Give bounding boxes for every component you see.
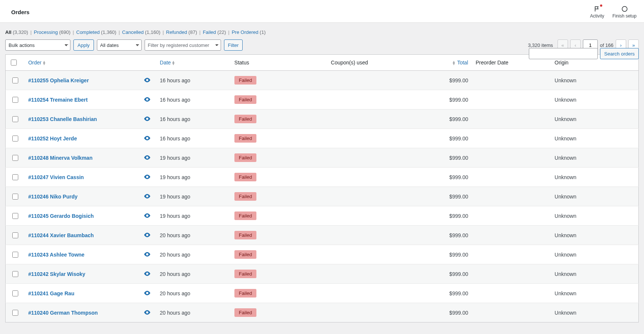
preview-icon[interactable] bbox=[144, 77, 151, 83]
status-filter-current: All bbox=[5, 29, 13, 35]
row-checkbox[interactable] bbox=[12, 232, 18, 238]
row-checkbox[interactable] bbox=[12, 290, 18, 296]
order-preorder-date bbox=[472, 303, 551, 322]
order-total: $999.00 bbox=[424, 226, 472, 245]
row-checkbox[interactable] bbox=[12, 310, 18, 316]
status-filter-count: (1,360) bbox=[101, 29, 116, 35]
order-origin: Unknown bbox=[551, 206, 638, 226]
customer-filter-select[interactable]: Filter by registered customer bbox=[145, 39, 221, 51]
order-total: $999.00 bbox=[424, 187, 472, 206]
preview-icon[interactable] bbox=[144, 174, 151, 180]
table-row: #110252 Hoyt Jerde16 hours agoFailed$999… bbox=[6, 129, 639, 148]
preview-icon[interactable] bbox=[144, 290, 151, 296]
status-badge: Failed bbox=[234, 250, 256, 259]
bulk-actions-select[interactable]: Bulk actions bbox=[5, 39, 70, 51]
order-link[interactable]: #110242 Skylar Wisoky bbox=[28, 271, 85, 277]
preview-icon[interactable] bbox=[144, 135, 151, 141]
order-origin: Unknown bbox=[551, 71, 638, 90]
order-origin: Unknown bbox=[551, 284, 638, 303]
items-count: 3,320 items bbox=[528, 42, 553, 48]
order-date: 19 hours ago bbox=[156, 187, 231, 206]
order-preorder-date bbox=[472, 226, 551, 245]
sort-icon: ▲▼ bbox=[171, 61, 175, 65]
status-badge: Failed bbox=[234, 231, 256, 239]
order-link[interactable]: #110246 Niko Purdy bbox=[28, 194, 78, 200]
table-row: #110244 Xavier Baumbach20 hours agoFaile… bbox=[6, 226, 639, 245]
order-link[interactable]: #110255 Ophelia Kreiger bbox=[28, 77, 89, 83]
page-title: Orders bbox=[11, 9, 29, 15]
status-badge: Failed bbox=[234, 308, 256, 317]
order-coupons bbox=[327, 129, 424, 148]
order-total: $999.00 bbox=[424, 206, 472, 226]
order-coupons bbox=[327, 264, 424, 284]
status-filter-link[interactable]: Failed bbox=[203, 29, 217, 35]
preview-icon[interactable] bbox=[144, 251, 151, 258]
row-checkbox[interactable] bbox=[12, 77, 18, 83]
order-date: 19 hours ago bbox=[156, 168, 231, 187]
order-total: $999.00 bbox=[424, 303, 472, 322]
order-origin: Unknown bbox=[551, 303, 638, 322]
order-origin: Unknown bbox=[551, 245, 638, 264]
order-date: 19 hours ago bbox=[156, 148, 231, 168]
search-orders-button[interactable]: Search orders bbox=[600, 48, 639, 59]
activity-button[interactable]: Activity bbox=[590, 5, 604, 19]
order-total: $999.00 bbox=[424, 284, 472, 303]
row-checkbox[interactable] bbox=[12, 271, 18, 277]
order-total: $999.00 bbox=[424, 71, 472, 90]
search-orders-input[interactable] bbox=[529, 48, 598, 59]
row-checkbox[interactable] bbox=[12, 155, 18, 161]
order-link[interactable]: #110240 German Thompson bbox=[28, 310, 98, 316]
order-origin: Unknown bbox=[551, 187, 638, 206]
table-row: #110255 Ophelia Kreiger16 hours agoFaile… bbox=[6, 71, 639, 90]
column-date[interactable]: Date▲▼ bbox=[156, 55, 231, 71]
order-link[interactable]: #110254 Tremaine Ebert bbox=[28, 97, 88, 103]
order-total: $999.00 bbox=[424, 264, 472, 284]
preview-icon[interactable] bbox=[144, 193, 151, 200]
status-filter-link[interactable]: Refunded bbox=[166, 29, 189, 35]
status-filter-link[interactable]: Cancelled bbox=[122, 29, 145, 35]
status-filter-link[interactable]: Pre Ordered bbox=[232, 29, 260, 35]
row-checkbox[interactable] bbox=[12, 136, 18, 141]
order-link[interactable]: #110244 Xavier Baumbach bbox=[28, 232, 94, 238]
preview-icon[interactable] bbox=[144, 155, 151, 161]
status-badge: Failed bbox=[234, 115, 256, 123]
status-filter-link[interactable]: Completed bbox=[76, 29, 101, 35]
row-checkbox[interactable] bbox=[12, 116, 18, 122]
preview-icon[interactable] bbox=[144, 213, 151, 219]
finish-setup-label: Finish setup bbox=[612, 13, 637, 19]
row-checkbox[interactable] bbox=[12, 194, 18, 200]
order-date: 20 hours ago bbox=[156, 226, 231, 245]
preview-icon[interactable] bbox=[144, 96, 151, 103]
column-total[interactable]: ▲▼Total bbox=[424, 55, 472, 71]
row-checkbox[interactable] bbox=[12, 97, 18, 103]
order-coupons bbox=[327, 109, 424, 129]
order-origin: Unknown bbox=[551, 129, 638, 148]
order-coupons bbox=[327, 90, 424, 109]
order-link[interactable]: #110253 Chanelle Bashirian bbox=[28, 116, 97, 122]
order-link[interactable]: #110248 Minerva Volkman bbox=[28, 155, 93, 161]
order-link[interactable]: #110243 Ashlee Towne bbox=[28, 252, 85, 258]
preview-icon[interactable] bbox=[144, 309, 151, 316]
filter-button[interactable]: Filter bbox=[224, 39, 243, 51]
column-order[interactable]: Order▲▼ bbox=[25, 55, 139, 71]
row-checkbox[interactable] bbox=[12, 213, 18, 219]
finish-setup-button[interactable]: Finish setup bbox=[612, 5, 637, 19]
table-row: #110242 Skylar Wisoky20 hours agoFailed$… bbox=[6, 264, 639, 284]
order-link[interactable]: #110247 Vivien Cassin bbox=[28, 174, 84, 180]
status-badge: Failed bbox=[234, 192, 256, 201]
table-row: #110247 Vivien Cassin19 hours agoFailed$… bbox=[6, 168, 639, 187]
order-total: $999.00 bbox=[424, 168, 472, 187]
order-link[interactable]: #110252 Hoyt Jerde bbox=[28, 136, 77, 141]
row-checkbox[interactable] bbox=[12, 174, 18, 180]
preview-icon[interactable] bbox=[144, 116, 151, 122]
apply-button[interactable]: Apply bbox=[73, 39, 94, 51]
select-all-checkbox[interactable] bbox=[11, 60, 17, 66]
row-checkbox[interactable] bbox=[12, 252, 18, 258]
order-link[interactable]: #110241 Gage Rau bbox=[28, 290, 75, 296]
order-total: $999.00 bbox=[424, 90, 472, 109]
preview-icon[interactable] bbox=[144, 271, 151, 277]
date-filter-select[interactable]: All dates bbox=[97, 39, 142, 51]
preview-icon[interactable] bbox=[144, 232, 151, 238]
order-link[interactable]: #110245 Gerardo Bogisich bbox=[28, 213, 94, 219]
status-filter-link[interactable]: Processing bbox=[34, 29, 59, 35]
